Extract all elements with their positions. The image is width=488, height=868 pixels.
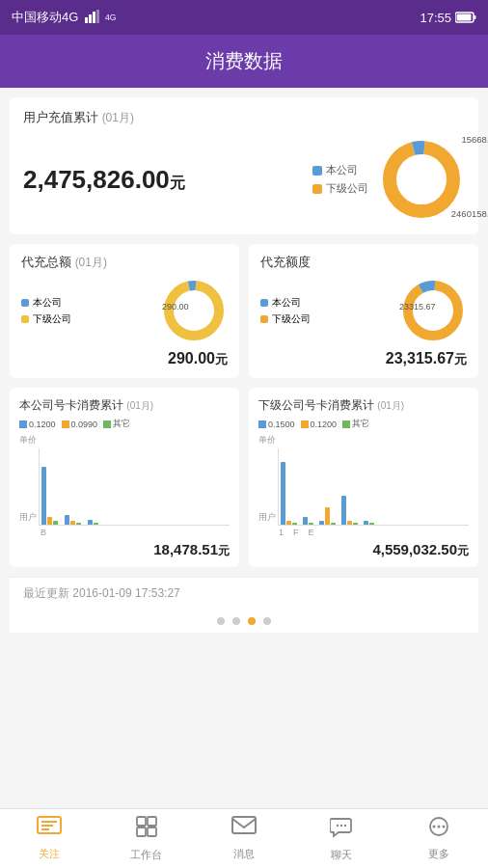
rb3-green <box>331 523 336 525</box>
svg-point-27 <box>433 826 436 828</box>
time-text: 17:55 <box>420 11 451 25</box>
right-bar-group-5 <box>364 521 374 525</box>
svg-point-8 <box>390 148 453 211</box>
right-bar-group-4 <box>341 496 358 525</box>
rb1-blue <box>281 462 285 525</box>
rb4-green <box>353 523 358 525</box>
main-content: 用户充值累计 (01月) 2,475,826.00元 本公司 下级公司 <box>0 88 488 811</box>
tab-message-label: 消息 <box>233 847 255 861</box>
tab-workbench[interactable]: 工作台 <box>97 815 195 862</box>
top-amount-block: 2,475,826.00元 <box>23 165 185 195</box>
chat-icon <box>330 815 353 844</box>
svg-rect-20 <box>137 827 146 836</box>
sub-color-dot <box>312 184 322 194</box>
right-donut-label: 23315.67 <box>399 302 436 312</box>
top-donut-chart: 15668.00 2460158.00 <box>378 136 465 223</box>
left-bar-y-label: 用户 <box>19 511 37 524</box>
left-legend-own: 本公司 <box>21 296 71 310</box>
top-card-title: 用户充值累计 (01月) <box>23 109 465 126</box>
top-recharge-card: 用户充值累计 (01月) 2,475,826.00元 本公司 下级公司 <box>10 97 478 234</box>
signal-icon <box>84 10 99 25</box>
rb2-green <box>309 523 313 525</box>
battery-icon <box>455 12 476 23</box>
legend-item-sub: 下级公司 <box>312 181 368 196</box>
right-bar-x-labels: 1 F E <box>278 528 469 537</box>
donut-label-large: 2460158.00 <box>451 208 488 219</box>
left-bar-wrapper: 用户 B <box>19 448 230 537</box>
rb-x-1: 1 <box>279 528 284 537</box>
dot-4[interactable] <box>263 617 271 625</box>
carrier-info: 中国移动4G 4G <box>12 9 121 26</box>
right-bar-chart <box>278 448 469 526</box>
left-bar-legend-2: 0.0990 <box>62 418 98 430</box>
message-icon <box>231 816 257 843</box>
more-icon <box>426 816 451 843</box>
right-legend-own: 本公司 <box>260 296 311 310</box>
left-bar-unit-label: 单价 <box>19 434 230 447</box>
dot-2[interactable] <box>232 617 240 625</box>
right-mid-donut: 23315.67 <box>399 277 467 344</box>
left-bar-x-labels: B <box>39 528 230 537</box>
left-bar-legend-1: 0.1200 <box>19 418 56 430</box>
rb-x-e: E <box>309 528 314 537</box>
update-info: 最近更新 2016-01-09 17:53:27 <box>10 577 478 610</box>
tab-bar: 关注 工作台 消息 <box>0 808 488 868</box>
left-mid-amount: 290.00元 <box>21 350 228 368</box>
own-color-dot <box>312 166 322 176</box>
left-mid-donut: 290.00 <box>160 277 228 344</box>
left-mid-legend: 本公司 下级公司 <box>21 296 71 326</box>
page-header: 消费数据 <box>0 35 488 88</box>
right-mid-body: 本公司 下级公司 23315.67 <box>260 277 467 344</box>
middle-cards: 代充总额 (01月) 本公司 下级公司 <box>10 244 478 378</box>
tab-chat[interactable]: 聊天 <box>293 815 391 862</box>
svg-rect-6 <box>474 15 476 19</box>
right-bar-amount: 4,559,032.50元 <box>258 541 469 559</box>
svg-rect-21 <box>148 827 156 836</box>
left-bar-amount: 18,478.51元 <box>19 541 230 559</box>
wifi-icon: 4G <box>105 12 121 23</box>
top-donut-section: 本公司 下级公司 15668.00 2 <box>312 136 465 223</box>
left-bar-legend: 0.1200 0.0990 其它 <box>19 418 230 430</box>
left-bar-b1-orange <box>47 517 52 525</box>
right-bar-unit-label: 单价 <box>258 434 469 447</box>
tab-more-label: 更多 <box>428 847 449 861</box>
left-middle-card: 代充总额 (01月) 本公司 下级公司 <box>10 244 239 378</box>
rb5-blue <box>364 521 368 525</box>
left-bar-group-3 <box>88 520 98 525</box>
rb3-blue <box>319 521 324 525</box>
rb4-orange <box>347 521 352 525</box>
left-bar-b2-orange <box>70 521 75 525</box>
right-bar-card: 下级公司号卡消费累计 (01月) 0.1500 0.1200 其它 单价 <box>249 388 478 567</box>
right-bar-legend-1: 0.1500 <box>258 418 295 430</box>
dot-1[interactable] <box>217 617 225 625</box>
rb1-green <box>292 523 297 525</box>
page-title: 消费数据 <box>205 50 283 71</box>
tab-message[interactable]: 消息 <box>195 816 292 861</box>
top-legend: 本公司 下级公司 <box>312 163 368 196</box>
svg-point-29 <box>443 826 446 828</box>
left-donut-label: 290.00 <box>162 302 189 312</box>
svg-rect-0 <box>85 17 88 23</box>
tab-attention[interactable]: 关注 <box>0 816 97 861</box>
left-bar-b3-green <box>94 523 98 525</box>
rb1-orange <box>286 521 291 525</box>
left-bar-chart <box>39 448 230 526</box>
left-bar-group-2 <box>65 515 81 525</box>
left-bar-b1-green <box>53 521 58 525</box>
tab-attention-label: 关注 <box>39 847 60 861</box>
dot-3[interactable] <box>248 617 256 625</box>
svg-rect-7 <box>457 14 472 21</box>
legend-item-own: 本公司 <box>312 163 368 177</box>
svg-rect-1 <box>89 14 92 23</box>
rb2-blue <box>303 517 308 525</box>
right-bar-legend: 0.1500 0.1200 其它 <box>258 418 469 430</box>
svg-point-28 <box>438 826 441 828</box>
status-bar: 中国移动4G 4G 17:55 <box>0 0 488 35</box>
right-legend-sub: 下级公司 <box>260 312 311 326</box>
tab-more[interactable]: 更多 <box>391 816 488 861</box>
top-card-body: 2,475,826.00元 本公司 下级公司 <box>23 136 465 223</box>
svg-text:4G: 4G <box>105 13 117 22</box>
left-bar-b2-blue <box>65 515 69 525</box>
carrier-text: 中国移动4G <box>12 9 78 26</box>
svg-rect-22 <box>232 817 256 833</box>
